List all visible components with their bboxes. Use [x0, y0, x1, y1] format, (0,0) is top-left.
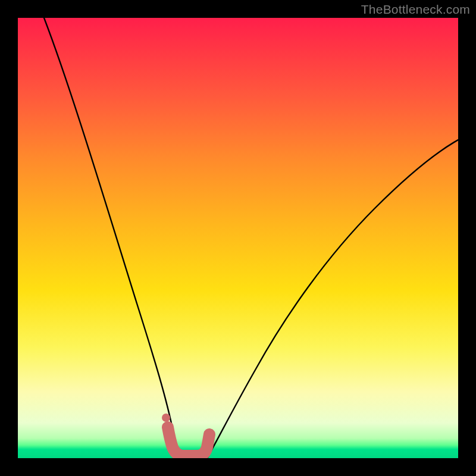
marker-dot: [162, 414, 170, 422]
curve-layer: [18, 18, 458, 458]
trough-highlight: [168, 427, 209, 456]
watermark-text: TheBottleneck.com: [361, 2, 470, 17]
plot-area: [18, 18, 458, 458]
left-curve: [44, 18, 180, 458]
chart-frame: TheBottleneck.com: [0, 0, 476, 476]
right-curve: [207, 140, 458, 458]
